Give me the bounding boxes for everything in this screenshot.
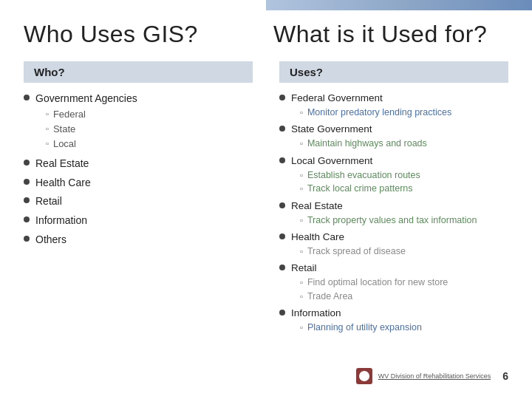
sub-item-label: State	[53, 123, 253, 136]
sub-list-item: ▫ Planning of utility expansion	[291, 321, 508, 335]
sub-item-text: Maintain highways and roads	[307, 137, 427, 151]
sub-arrow-icon: ▫	[300, 291, 303, 302]
item-label: Retail	[291, 262, 317, 273]
bullet-dot	[24, 95, 30, 100]
sub-list-item: ▫ Local	[35, 137, 253, 151]
list-item: Others	[24, 233, 253, 248]
right-sub-list: ▫ Track spread of disease	[291, 245, 508, 259]
sub-list-item: ▫ Track spread of disease	[291, 245, 508, 259]
org-logo	[356, 368, 372, 384]
right-sub-list: ▫ Find optimal location for new store ▫ …	[291, 276, 508, 303]
item-label: Others	[35, 233, 253, 248]
sub-item-label: Local	[53, 137, 253, 151]
sub-arrow-icon: ▫	[46, 123, 49, 134]
sub-arrow-icon: ▫	[46, 109, 49, 120]
sub-arrow-icon: ▫	[300, 107, 303, 118]
item-label: Local Government	[291, 155, 372, 166]
right-sub-list: ▫ Maintain highways and roads	[291, 137, 508, 151]
sub-item-text: Track spread of disease	[307, 245, 406, 259]
sub-arrow-icon: ▫	[300, 215, 303, 226]
sub-item-text: Find optimal location for new store	[307, 276, 448, 290]
sub-list-item: ▫ Find optimal location for new store	[291, 276, 508, 290]
sub-item-text: Establish evacuation routes	[307, 169, 420, 183]
item-label: Government Agencies	[35, 92, 137, 104]
left-section-header: Who?	[24, 61, 253, 83]
item-label: Federal Government	[291, 92, 383, 103]
sub-list-item: ▫ Establish evacuation routes	[291, 169, 508, 183]
sub-arrow-icon: ▫	[300, 170, 303, 181]
sub-list-item: ▫ Federal	[35, 108, 253, 121]
top-decorative-bar	[266, 0, 532, 10]
sub-arrow-icon: ▫	[300, 183, 303, 194]
left-panel: Who? Government Agencies ▫ Federal	[24, 61, 265, 362]
list-item: Government Agencies ▫ Federal ▫ State	[24, 92, 253, 152]
bullet-dot	[24, 197, 30, 203]
sub-arrow-icon: ▫	[46, 138, 49, 149]
bullet-dot	[279, 202, 285, 208]
sub-list-item: ▫ Track local crime patterns	[291, 183, 508, 196]
item-label: Retail	[35, 194, 253, 209]
bullet-dot	[24, 236, 30, 242]
item-label: Health Care	[35, 176, 253, 191]
page-number: 6	[502, 370, 508, 382]
sub-item-text: Monitor predatory lending practices	[307, 106, 451, 120]
bullet-dot	[24, 179, 30, 185]
list-item: Real Estate ▫ Track property values and …	[279, 200, 508, 228]
content-row: Who? Government Agencies ▫ Federal	[24, 61, 508, 362]
titles-row: Who Uses GIS? What is it Used for?	[24, 21, 508, 48]
sub-arrow-icon: ▫	[300, 277, 303, 288]
bullet-dot	[279, 233, 285, 239]
item-label: Real Estate	[291, 200, 343, 211]
list-item: Local Government ▫ Establish evacuation …	[279, 154, 508, 197]
list-item: Retail ▫ Find optimal location for new s…	[279, 262, 508, 304]
left-title: Who Uses GIS?	[24, 21, 259, 48]
item-label: Information	[291, 307, 341, 318]
sub-arrow-icon: ▫	[300, 246, 303, 257]
right-main-list: Federal Government ▫ Monitor predatory l…	[279, 92, 508, 335]
footer-org-text: WV Division of Rehabilitation Services	[378, 372, 491, 380]
list-item: Health Care ▫ Track spread of disease	[279, 231, 508, 259]
list-item: Federal Government ▫ Monitor predatory l…	[279, 92, 508, 120]
list-item: Information	[24, 214, 253, 228]
bullet-dot	[24, 160, 30, 166]
sub-list-item: ▫ Track property values and tax informat…	[291, 214, 508, 228]
sub-item-text: Trade Area	[307, 290, 352, 304]
sub-item-text: Track local crime patterns	[307, 183, 413, 196]
sub-arrow-icon: ▫	[300, 322, 303, 333]
sub-list-item: ▫ Maintain highways and roads	[291, 137, 508, 151]
sub-item-text: Track property values and tax informatio…	[307, 214, 477, 228]
item-label: Health Care	[291, 231, 344, 242]
right-sub-list: ▫ Establish evacuation routes ▫ Track lo…	[291, 169, 508, 196]
list-item: Information ▫ Planning of utility expans…	[279, 307, 508, 335]
right-panel: Uses? Federal Government ▫ Monitor preda…	[265, 61, 508, 362]
bullet-dot	[279, 95, 285, 100]
bullet-dot	[24, 216, 30, 222]
sub-list-item: ▫ Monitor predatory lending practices	[291, 106, 508, 120]
sub-list: ▫ Federal ▫ State ▫ Local	[35, 108, 253, 151]
item-label: Real Estate	[35, 157, 253, 171]
sub-arrow-icon: ▫	[300, 138, 303, 149]
right-sub-list: ▫ Monitor predatory lending practices	[291, 106, 508, 120]
list-item: State Government ▫ Maintain highways and…	[279, 123, 508, 151]
list-item: Real Estate	[24, 157, 253, 171]
list-item: Health Care	[24, 176, 253, 191]
sub-item-text: Planning of utility expansion	[307, 321, 422, 335]
footer: WV Division of Rehabilitation Services 6	[24, 368, 508, 384]
right-sub-list: ▫ Track property values and tax informat…	[291, 214, 508, 228]
right-title: What is it Used for?	[259, 21, 508, 48]
sub-list-item: ▫ Trade Area	[291, 290, 508, 304]
item-label: State Government	[291, 123, 372, 134]
right-sub-list: ▫ Planning of utility expansion	[291, 321, 508, 335]
item-label: Information	[35, 214, 253, 228]
bullet-dot	[279, 310, 285, 316]
logo-inner	[359, 371, 369, 381]
sub-item-label: Federal	[53, 108, 253, 121]
left-main-list: Government Agencies ▫ Federal ▫ State	[24, 92, 253, 247]
list-item: Retail	[24, 194, 253, 209]
bullet-dot	[279, 265, 285, 270]
right-section-header: Uses?	[279, 61, 508, 83]
bullet-dot	[279, 126, 285, 132]
sub-list-item: ▫ State	[35, 123, 253, 136]
bullet-dot	[279, 157, 285, 163]
